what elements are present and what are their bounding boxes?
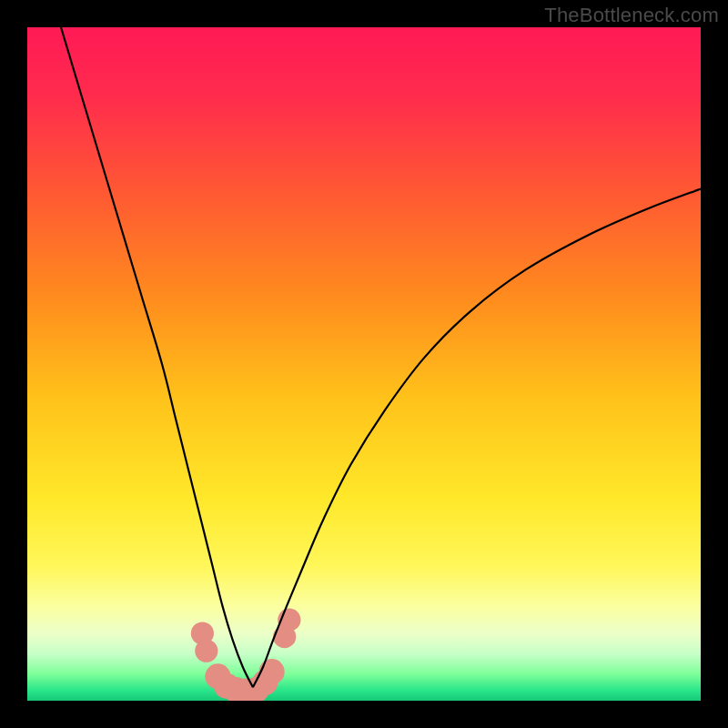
chart-frame: TheBottleneck.com xyxy=(0,0,728,728)
valley-marker-group xyxy=(191,609,301,701)
valley-marker xyxy=(259,659,285,684)
curve-right-branch xyxy=(253,189,701,688)
curve-left-branch xyxy=(61,27,253,687)
curve-layer xyxy=(27,27,701,701)
plot-area xyxy=(27,27,701,701)
valley-marker xyxy=(195,640,217,662)
watermark-text: TheBottleneck.com xyxy=(544,4,719,27)
